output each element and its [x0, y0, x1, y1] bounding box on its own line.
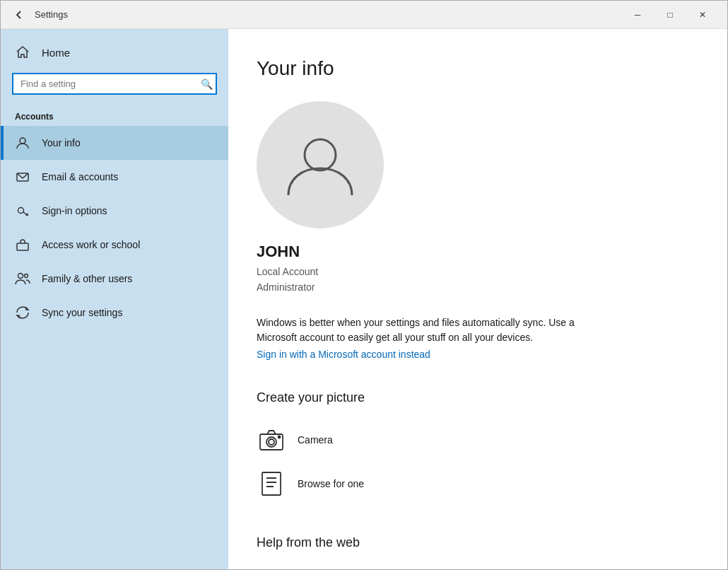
back-button[interactable] — [9, 5, 29, 25]
ms-account-link[interactable]: Sign in with a Microsoft account instead — [257, 349, 430, 360]
svg-point-0 — [20, 138, 25, 144]
svg-point-4 — [18, 274, 23, 279]
window-title: Settings — [35, 9, 68, 20]
avatar-person-icon — [285, 128, 356, 202]
sidebar-section-label: Accounts — [1, 106, 228, 126]
browse-label: Browse for one — [298, 478, 364, 489]
right-panel: Your info JOHN Local Account Administrat… — [228, 29, 727, 569]
sidebar-label-your-info: Your info — [42, 137, 81, 149]
user-name: JOHN — [257, 243, 692, 261]
close-button[interactable]: ✕ — [686, 1, 719, 29]
sidebar: Home 🔍 Accounts Your info — [1, 29, 228, 569]
sidebar-item-access-work[interactable]: Access work or school — [1, 228, 228, 262]
email-icon — [15, 169, 30, 185]
minimize-button[interactable]: ─ — [621, 1, 654, 29]
browse-icon — [257, 469, 286, 499]
sidebar-item-your-info[interactable]: Your info — [1, 126, 228, 160]
home-icon — [15, 45, 30, 60]
search-container: 🔍 — [12, 73, 217, 95]
sidebar-item-home[interactable]: Home — [1, 35, 228, 70]
window-controls: ─ □ ✕ — [621, 1, 719, 29]
account-type-line1: Local Account — [257, 264, 692, 279]
avatar — [257, 101, 384, 228]
camera-option[interactable]: Camera — [257, 418, 692, 462]
briefcase-icon — [15, 237, 30, 252]
camera-label: Camera — [298, 434, 333, 446]
svg-point-2 — [18, 208, 24, 214]
sync-description: Windows is better when your settings and… — [257, 315, 596, 345]
svg-rect-3 — [17, 243, 28, 250]
people-icon — [15, 271, 30, 286]
account-type-line2: Administrator — [257, 279, 692, 295]
page-title: Your info — [257, 57, 692, 80]
sidebar-label-sync: Sync your settings — [42, 307, 122, 318]
search-icon[interactable]: 🔍 — [201, 78, 213, 90]
svg-point-9 — [269, 439, 274, 445]
sidebar-label-work-school: Access work or school — [42, 239, 140, 250]
main-layout: Home 🔍 Accounts Your info — [1, 29, 727, 569]
camera-icon — [257, 425, 286, 455]
sync-icon — [15, 305, 30, 320]
picture-section-title: Create your picture — [257, 390, 692, 405]
sidebar-label-sign-in: Sign-in options — [42, 205, 107, 216]
maximize-button[interactable]: □ — [654, 1, 686, 29]
key-icon — [15, 203, 30, 219]
settings-window: Settings ─ □ ✕ Home 🔍 — [0, 0, 728, 570]
help-section-title: Help from the web — [257, 535, 692, 550]
home-label: Home — [42, 47, 70, 59]
svg-point-6 — [305, 139, 336, 170]
svg-point-10 — [278, 436, 281, 438]
svg-rect-11 — [262, 472, 281, 495]
sidebar-item-sign-in-options[interactable]: Sign-in options — [1, 194, 228, 228]
browse-option[interactable]: Browse for one — [257, 462, 692, 506]
search-input[interactable] — [12, 73, 217, 95]
sidebar-item-email-accounts[interactable]: Email & accounts — [1, 160, 228, 194]
svg-point-5 — [25, 274, 28, 278]
sidebar-label-family: Family & other users — [42, 273, 132, 284]
person-icon — [15, 135, 30, 151]
sidebar-item-family[interactable]: Family & other users — [1, 262, 228, 296]
sidebar-item-sync[interactable]: Sync your settings — [1, 296, 228, 330]
sidebar-label-email-accounts: Email & accounts — [42, 171, 118, 182]
titlebar: Settings ─ □ ✕ — [1, 1, 727, 29]
